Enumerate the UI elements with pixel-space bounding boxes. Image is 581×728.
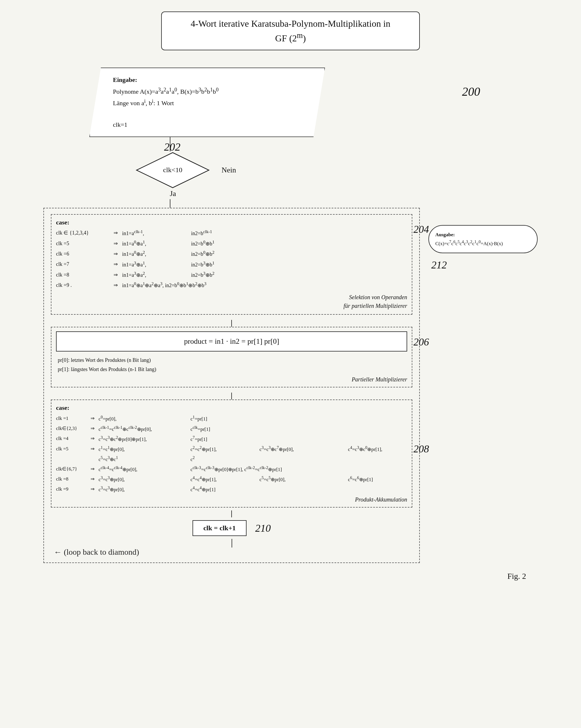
title-line1: 4-Wort iterative Karatsuba-Polynom-Multi…: [190, 18, 390, 29]
case-in2-3: in2=b0⊕b2: [191, 249, 407, 259]
case-in2-1: in2=bclk-1: [191, 228, 407, 238]
back-arrow: [51, 539, 412, 547]
produkt-akkum-label: Produkt-Akkumulation: [56, 496, 407, 503]
case-in1-2: in1=a0⊕a1,: [122, 238, 191, 249]
ak-cond-1: clk =1: [56, 413, 90, 423]
table-row: clk ∈ {1,2,3,4} ⇒ in1=aclk-1, in2=bclk-1: [56, 228, 407, 238]
ak-col1-6: c3=c3⊕pr[0],: [99, 474, 190, 484]
case-cond-2: clk =5: [56, 238, 113, 249]
akkum-table: clk =1 ⇒ c0=pr[0], c1=pr[1] clk∈{2,3} ⇒ …: [56, 413, 407, 494]
title-box: 4-Wort iterative Karatsuba-Polynom-Multi…: [161, 11, 420, 50]
nein-label: Nein: [221, 166, 236, 175]
connector-5: [231, 511, 232, 517]
ak-col3-6: c5=c5⊕pr[0],: [260, 474, 348, 484]
case-in1-1: in1=aclk-1,: [122, 228, 191, 238]
case-arrow-3: ⇒: [113, 249, 122, 259]
case-in1-5: in1=a3⊕a2,: [122, 269, 191, 280]
left-arrow-indicator: ← (loop back to diamond): [51, 547, 412, 557]
product-box: product = in1 · in2 = pr[1] pr[0] pr[0]:…: [51, 327, 412, 388]
ausgabe-bubble: Ausgabe: C(x)=c7c6c5c4c3c2c1c0=A(x)·B(x): [428, 225, 537, 253]
ak-col2-7: c4=c4⊕pr[1]: [190, 484, 260, 494]
ak-arr-7: ⇒: [90, 484, 99, 494]
diamond-shape: clk<10: [135, 152, 210, 189]
input-text: Eingabe: Polynome A(x)=a3a2a1a0, B(x)=b3…: [113, 74, 310, 130]
table-row: clk =6 ⇒ in1=a0⊕a2, in2=b0⊕b2: [56, 249, 407, 259]
table-row: clk =9 ⇒ c3=c3⊕pr[0], c4=c4⊕pr[1]: [56, 484, 407, 494]
akkum-case-title: case:: [56, 404, 407, 412]
ak-col4-6: c6=c6⊕pr[1]: [348, 474, 407, 484]
case-cond-5: clk =8: [56, 269, 113, 280]
ak-arr-4: ⇒: [90, 444, 99, 454]
table-row: clk =8 ⇒ c3=c3⊕pr[0], c4=c4⊕pr[1], c5=c5…: [56, 474, 407, 484]
ak-col1-5: cclk-4=cclk-4⊕pr[0],: [99, 464, 190, 474]
case-in1-3: in1=a0⊕a2,: [122, 249, 191, 259]
case-table: clk ∈ {1,2,3,4} ⇒ in1=aclk-1, in2=bclk-1…: [56, 228, 407, 291]
ak-col1-7: c3=c3⊕pr[0],: [99, 484, 190, 494]
table-row: clk =8 ⇒ in1=a3⊕a2, in2=b3⊕b2: [56, 269, 407, 280]
ak-col2-2: cclk=pr[1]: [190, 424, 260, 434]
ak-col2-5: cclk-3=cclk-3⊕pr[0]⊕pr[1], cclk-2=cclk-2…: [190, 464, 348, 474]
right-column: Ausgabe: C(x)=c7c6c5c4c3c2c1c0=A(x)·B(x)…: [428, 208, 537, 271]
ak-col2-6: c4=c4⊕pr[1],: [190, 474, 260, 484]
case-arrow-4: ⇒: [113, 259, 122, 269]
ak-arr-1: ⇒: [90, 413, 99, 423]
label-206: 206: [414, 336, 429, 348]
case-in2-5: in2=b3⊕b2: [191, 269, 407, 280]
ak-cond-7: clk =9: [56, 484, 90, 494]
ak-col2-1: c1=pr[1]: [190, 413, 260, 423]
table-row: clk∈{2,3} ⇒ cclk-1=cclk-1⊕cclk-2⊕pr[0], …: [56, 424, 407, 434]
clk-update-label: clk = clk+1: [204, 524, 236, 532]
ak-cond-3: clk =4: [56, 434, 90, 444]
title-text: 4-Wort iterative Karatsuba-Polynom-Multi…: [173, 17, 408, 45]
table-row: c5=c3⊕c1 c2: [56, 454, 407, 464]
ak-col2-3: c7=pr[1]: [190, 434, 260, 444]
table-row: clk∈{6,7} ⇒ cclk-4=cclk-4⊕pr[0], cclk-3=…: [56, 464, 407, 474]
ak-cond-2: clk∈{2,3}: [56, 424, 90, 434]
ak-col4-4: c4=c3⊕c0⊕pr[1],: [348, 444, 407, 454]
ak-col1-2: cclk-1=cclk-1⊕cclk-2⊕pr[0],: [99, 424, 190, 434]
ak-col1-4: c1=c1⊕pr[0],: [99, 444, 190, 454]
diamond-label: clk<10: [163, 166, 182, 174]
ja-label: Ja: [32, 189, 549, 198]
table-row: clk =5 ⇒ c1=c1⊕pr[0], c2=c2⊕pr[1], c3=c3…: [56, 444, 407, 454]
case-cond-3: clk =6: [56, 249, 113, 259]
ak-arr-6: ⇒: [90, 474, 99, 484]
ak-col1-1: c0=pr[0],: [99, 413, 190, 423]
ausgabe-title: Ausgabe:: [435, 232, 455, 237]
case-cond-4: clk =7: [56, 259, 113, 269]
case-cond-1: clk ∈ {1,2,3,4}: [56, 228, 113, 238]
ak-arr-3: ⇒: [90, 434, 99, 444]
case-cond-6: clk =9 .: [56, 280, 113, 290]
table-row: clk =1 ⇒ c0=pr[0], c1=pr[1]: [56, 413, 407, 423]
ak-col1-3: c3=c3⊕c2⊕pr[0]⊕pr[1],: [99, 434, 190, 444]
label-212: 212: [428, 259, 537, 271]
ak-col2-4b: c2: [190, 454, 260, 464]
connector-3: [231, 320, 232, 327]
label-204: 204: [414, 223, 429, 235]
case-in1-4: in1=a3⊕a1,: [122, 259, 191, 269]
product-formula: product = in1 · in2 = pr[1] pr[0]: [56, 331, 407, 352]
ak-cond-4: clk =5: [56, 444, 90, 454]
case-arrow-6: ⇒: [113, 280, 122, 290]
label-200: 200: [462, 85, 480, 99]
case-arrow-5: ⇒: [113, 269, 122, 280]
ak-arr-2: ⇒: [90, 424, 99, 434]
label-208: 208: [414, 443, 429, 455]
akkum-box: case: clk =1 ⇒ c0=pr[0], c1=pr[1] clk∈{2…: [51, 399, 412, 508]
selektion-label: Selektion von Operandenfür partiellen Mu…: [56, 293, 407, 310]
ak-col1-4b: c5=c3⊕c1: [99, 454, 190, 464]
clk-update-row: clk = clk+1 210: [51, 520, 412, 536]
partieller-label: Partieller Multiplizierer: [56, 376, 407, 383]
connector-2: [170, 199, 170, 208]
ak-col3-4: c3=c3⊕c7⊕pr[0],: [260, 444, 348, 454]
input-block: Eingabe: Polynome A(x)=a3a2a1a0, B(x)=b3…: [89, 68, 325, 137]
fig-label: Fig. 2: [32, 572, 549, 581]
case-in2-4: in2=b3⊕b1: [191, 259, 407, 269]
outer-dashed-box: case: clk ∈ {1,2,3,4} ⇒ in1=aclk-1, in2=…: [44, 208, 420, 563]
ak-arr-5: ⇒: [90, 464, 99, 474]
product-notes: pr[0]: letztes Wort des Produktes (n Bit…: [56, 356, 407, 374]
table-row: clk =4 ⇒ c3=c3⊕c2⊕pr[0]⊕pr[1], c7=pr[1]: [56, 434, 407, 444]
connector-4: [231, 393, 232, 399]
case-arrow-2: ⇒: [113, 238, 122, 249]
case-in2-2: in2=b0⊕b1: [191, 238, 407, 249]
